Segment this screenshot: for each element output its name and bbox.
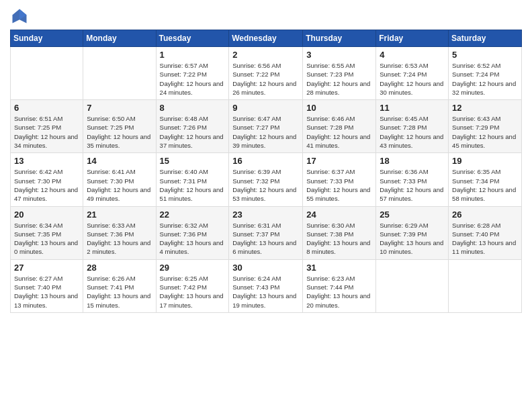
- day-detail: Sunrise: 6:24 AM Sunset: 7:43 PM Dayligh…: [232, 274, 299, 310]
- calendar-cell: 7Sunrise: 6:50 AM Sunset: 7:25 PM Daylig…: [83, 100, 156, 153]
- header: [10, 7, 522, 26]
- day-number: 5: [452, 50, 518, 60]
- calendar-cell: 15Sunrise: 6:40 AM Sunset: 7:31 PM Dayli…: [156, 153, 229, 206]
- day-detail: Sunrise: 6:28 AM Sunset: 7:40 PM Dayligh…: [452, 221, 518, 257]
- day-detail: Sunrise: 6:48 AM Sunset: 7:26 PM Dayligh…: [160, 114, 226, 150]
- day-number: 4: [380, 50, 445, 60]
- day-number: 18: [380, 156, 445, 166]
- day-detail: Sunrise: 6:26 AM Sunset: 7:41 PM Dayligh…: [87, 274, 152, 310]
- day-number: 10: [306, 103, 372, 113]
- calendar-cell: 17Sunrise: 6:37 AM Sunset: 7:33 PM Dayli…: [303, 153, 376, 206]
- day-detail: Sunrise: 6:45 AM Sunset: 7:28 PM Dayligh…: [380, 114, 445, 150]
- day-detail: Sunrise: 6:47 AM Sunset: 7:27 PM Dayligh…: [232, 114, 299, 150]
- weekday-header-friday: Friday: [376, 30, 449, 47]
- day-detail: Sunrise: 6:29 AM Sunset: 7:39 PM Dayligh…: [380, 221, 445, 257]
- day-number: 7: [87, 103, 152, 113]
- calendar-week-1: 1Sunrise: 6:57 AM Sunset: 7:22 PM Daylig…: [11, 47, 522, 100]
- weekday-header-thursday: Thursday: [303, 30, 376, 47]
- day-number: 21: [87, 210, 152, 220]
- weekday-header-saturday: Saturday: [449, 30, 522, 47]
- calendar-cell: 4Sunrise: 6:53 AM Sunset: 7:24 PM Daylig…: [376, 47, 449, 100]
- calendar-cell: 3Sunrise: 6:55 AM Sunset: 7:23 PM Daylig…: [303, 47, 376, 100]
- weekday-header-tuesday: Tuesday: [156, 30, 229, 47]
- calendar-cell: 20Sunrise: 6:34 AM Sunset: 7:35 PM Dayli…: [11, 206, 83, 259]
- day-detail: Sunrise: 6:25 AM Sunset: 7:42 PM Dayligh…: [160, 274, 226, 310]
- day-detail: Sunrise: 6:37 AM Sunset: 7:33 PM Dayligh…: [306, 167, 372, 203]
- day-number: 30: [232, 263, 299, 273]
- day-number: 23: [232, 210, 299, 220]
- calendar-cell: 6Sunrise: 6:51 AM Sunset: 7:25 PM Daylig…: [11, 100, 83, 153]
- day-detail: Sunrise: 6:51 AM Sunset: 7:25 PM Dayligh…: [14, 114, 79, 150]
- day-number: 29: [160, 263, 226, 273]
- day-number: 16: [232, 156, 299, 166]
- calendar-week-5: 27Sunrise: 6:27 AM Sunset: 7:40 PM Dayli…: [11, 259, 522, 312]
- day-detail: Sunrise: 6:57 AM Sunset: 7:22 PM Dayligh…: [160, 61, 226, 97]
- calendar-header: SundayMondayTuesdayWednesdayThursdayFrid…: [11, 30, 522, 47]
- day-number: 8: [160, 103, 226, 113]
- calendar-cell: 11Sunrise: 6:45 AM Sunset: 7:28 PM Dayli…: [376, 100, 449, 153]
- day-number: 22: [160, 210, 226, 220]
- day-number: 17: [306, 156, 372, 166]
- calendar-cell: 1Sunrise: 6:57 AM Sunset: 7:22 PM Daylig…: [156, 47, 229, 100]
- calendar: SundayMondayTuesdayWednesdayThursdayFrid…: [10, 30, 522, 313]
- weekday-header-monday: Monday: [83, 30, 156, 47]
- calendar-cell: 29Sunrise: 6:25 AM Sunset: 7:42 PM Dayli…: [156, 259, 229, 312]
- day-number: 11: [380, 103, 445, 113]
- day-detail: Sunrise: 6:30 AM Sunset: 7:38 PM Dayligh…: [306, 221, 372, 257]
- day-number: 25: [380, 210, 445, 220]
- calendar-cell: 16Sunrise: 6:39 AM Sunset: 7:32 PM Dayli…: [229, 153, 303, 206]
- calendar-cell: 24Sunrise: 6:30 AM Sunset: 7:38 PM Dayli…: [303, 206, 376, 259]
- day-detail: Sunrise: 6:43 AM Sunset: 7:29 PM Dayligh…: [452, 114, 518, 150]
- day-number: 20: [14, 210, 79, 220]
- calendar-cell: 12Sunrise: 6:43 AM Sunset: 7:29 PM Dayli…: [449, 100, 522, 153]
- calendar-cell: [11, 47, 83, 100]
- day-number: 14: [87, 156, 152, 166]
- weekday-header-wednesday: Wednesday: [229, 30, 303, 47]
- day-number: 13: [14, 156, 79, 166]
- day-detail: Sunrise: 6:23 AM Sunset: 7:44 PM Dayligh…: [306, 274, 372, 310]
- calendar-cell: 14Sunrise: 6:41 AM Sunset: 7:30 PM Dayli…: [83, 153, 156, 206]
- page: SundayMondayTuesdayWednesdayThursdayFrid…: [0, 0, 532, 411]
- day-number: 26: [452, 210, 518, 220]
- weekday-header-sunday: Sunday: [11, 30, 83, 47]
- day-number: 31: [306, 263, 372, 273]
- day-number: 6: [14, 103, 79, 113]
- day-number: 1: [160, 50, 226, 60]
- day-detail: Sunrise: 6:46 AM Sunset: 7:28 PM Dayligh…: [306, 114, 372, 150]
- day-detail: Sunrise: 6:52 AM Sunset: 7:24 PM Dayligh…: [452, 61, 518, 97]
- day-number: 15: [160, 156, 226, 166]
- calendar-cell: 30Sunrise: 6:24 AM Sunset: 7:43 PM Dayli…: [229, 259, 303, 312]
- day-number: 28: [87, 263, 152, 273]
- calendar-week-4: 20Sunrise: 6:34 AM Sunset: 7:35 PM Dayli…: [11, 206, 522, 259]
- calendar-cell: 18Sunrise: 6:36 AM Sunset: 7:33 PM Dayli…: [376, 153, 449, 206]
- day-detail: Sunrise: 6:56 AM Sunset: 7:22 PM Dayligh…: [232, 61, 299, 97]
- calendar-week-3: 13Sunrise: 6:42 AM Sunset: 7:30 PM Dayli…: [11, 153, 522, 206]
- logo: [10, 7, 31, 26]
- weekday-header-row: SundayMondayTuesdayWednesdayThursdayFrid…: [11, 30, 522, 47]
- calendar-week-2: 6Sunrise: 6:51 AM Sunset: 7:25 PM Daylig…: [11, 100, 522, 153]
- calendar-cell: 22Sunrise: 6:32 AM Sunset: 7:36 PM Dayli…: [156, 206, 229, 259]
- calendar-cell: 5Sunrise: 6:52 AM Sunset: 7:24 PM Daylig…: [449, 47, 522, 100]
- day-detail: Sunrise: 6:42 AM Sunset: 7:30 PM Dayligh…: [14, 167, 79, 203]
- calendar-cell: 2Sunrise: 6:56 AM Sunset: 7:22 PM Daylig…: [229, 47, 303, 100]
- calendar-cell: 27Sunrise: 6:27 AM Sunset: 7:40 PM Dayli…: [11, 259, 83, 312]
- calendar-cell: 25Sunrise: 6:29 AM Sunset: 7:39 PM Dayli…: [376, 206, 449, 259]
- calendar-cell: [376, 259, 449, 312]
- calendar-cell: 26Sunrise: 6:28 AM Sunset: 7:40 PM Dayli…: [449, 206, 522, 259]
- day-detail: Sunrise: 6:41 AM Sunset: 7:30 PM Dayligh…: [87, 167, 152, 203]
- logo-icon: [10, 7, 29, 26]
- calendar-cell: 8Sunrise: 6:48 AM Sunset: 7:26 PM Daylig…: [156, 100, 229, 153]
- calendar-cell: 31Sunrise: 6:23 AM Sunset: 7:44 PM Dayli…: [303, 259, 376, 312]
- day-detail: Sunrise: 6:53 AM Sunset: 7:24 PM Dayligh…: [380, 61, 445, 97]
- day-number: 12: [452, 103, 518, 113]
- day-detail: Sunrise: 6:34 AM Sunset: 7:35 PM Dayligh…: [14, 221, 79, 257]
- calendar-cell: 19Sunrise: 6:35 AM Sunset: 7:34 PM Dayli…: [449, 153, 522, 206]
- calendar-cell: 28Sunrise: 6:26 AM Sunset: 7:41 PM Dayli…: [83, 259, 156, 312]
- day-number: 3: [306, 50, 372, 60]
- calendar-cell: 13Sunrise: 6:42 AM Sunset: 7:30 PM Dayli…: [11, 153, 83, 206]
- calendar-cell: 9Sunrise: 6:47 AM Sunset: 7:27 PM Daylig…: [229, 100, 303, 153]
- calendar-cell: [449, 259, 522, 312]
- day-detail: Sunrise: 6:55 AM Sunset: 7:23 PM Dayligh…: [306, 61, 372, 97]
- day-number: 24: [306, 210, 372, 220]
- day-detail: Sunrise: 6:35 AM Sunset: 7:34 PM Dayligh…: [452, 167, 518, 203]
